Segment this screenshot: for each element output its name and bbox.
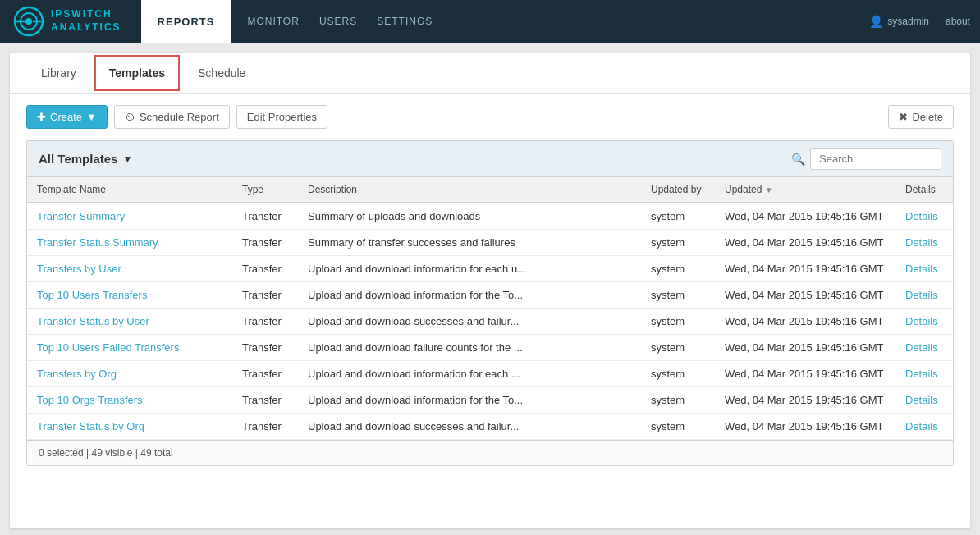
details-link[interactable]: Details xyxy=(905,368,938,380)
cell-details[interactable]: Details xyxy=(895,282,953,309)
cell-updby: system xyxy=(641,335,715,361)
delete-button[interactable]: ✖ Delete xyxy=(888,105,954,129)
user-label: sysadmin xyxy=(887,16,929,27)
search-input[interactable] xyxy=(810,148,941,170)
template-name-link[interactable]: Transfer Status by Org xyxy=(37,420,144,432)
cell-name[interactable]: Transfer Status by User xyxy=(27,309,232,335)
col-header-upd[interactable]: Updated ▼ xyxy=(715,177,895,203)
cell-details[interactable]: Details xyxy=(895,309,953,335)
logo-line2: ANALYTICS xyxy=(51,21,121,34)
cell-updated: Wed, 04 Mar 2015 19:45:16 GMT xyxy=(715,361,895,387)
cell-desc: Upload and download failure counts for t… xyxy=(298,440,641,441)
table-row[interactable]: Transfer Status Summary Transfer Summary… xyxy=(27,230,953,256)
nav-items: MONITOR USERS SETTINGS xyxy=(247,16,433,27)
table-row[interactable]: Top 10 Orgs Failed Transfers Transfer Up… xyxy=(27,440,953,441)
cell-updby: system xyxy=(641,440,715,441)
details-link[interactable]: Details xyxy=(905,394,938,406)
template-name-link[interactable]: Transfer Summary xyxy=(37,210,125,222)
cell-type: Transfer xyxy=(232,203,298,230)
table-row[interactable]: Top 10 Users Failed Transfers Transfer U… xyxy=(27,335,953,361)
cell-name[interactable]: Top 10 Users Transfers xyxy=(27,282,232,309)
cell-details[interactable]: Details xyxy=(895,440,953,441)
tab-schedule[interactable]: Schedule xyxy=(183,55,260,91)
cell-updated: Wed, 04 Mar 2015 19:45:16 GMT xyxy=(715,414,895,440)
filter-label[interactable]: All Templates ▼ xyxy=(39,152,132,166)
template-name-link[interactable]: Top 10 Users Failed Transfers xyxy=(37,341,179,354)
status-text: 0 selected | 49 visible | 49 total xyxy=(39,447,173,459)
table-header: Template Name Type Description Updated b… xyxy=(27,177,953,203)
details-link[interactable]: Details xyxy=(905,236,938,249)
create-button[interactable]: ✚ Create ▼ xyxy=(26,105,108,129)
col-header-details: Details xyxy=(895,177,953,203)
col-header-type: Type xyxy=(232,177,298,203)
nav-user[interactable]: 👤 sysadmin xyxy=(869,15,929,28)
cell-desc: Upload and download information for each… xyxy=(298,256,641,282)
cell-updated: Wed, 04 Mar 2015 19:45:16 GMT xyxy=(715,387,895,414)
nav-monitor[interactable]: MONITOR xyxy=(247,16,299,27)
cell-name[interactable]: Transfer Summary xyxy=(27,203,232,230)
template-name-link[interactable]: Top 10 Orgs Transfers xyxy=(37,394,143,406)
user-icon: 👤 xyxy=(869,15,883,28)
cell-updby: system xyxy=(641,387,715,414)
dropdown-icon: ▼ xyxy=(86,111,97,123)
schedule-report-button[interactable]: ⏲ Schedule Report xyxy=(114,105,230,129)
cell-desc: Upload and download successes and failur… xyxy=(298,309,641,335)
nav-right: 👤 sysadmin about xyxy=(869,15,970,28)
tab-library[interactable]: Library xyxy=(26,55,91,91)
cell-type: Transfer xyxy=(232,387,298,414)
table-row[interactable]: Top 10 Users Transfers Transfer Upload a… xyxy=(27,282,953,309)
schedule-report-label: Schedule Report xyxy=(140,111,219,123)
edit-properties-button[interactable]: Edit Properties xyxy=(236,105,327,129)
cell-updated: Wed, 04 Mar 2015 19:45:16 GMT xyxy=(715,335,895,361)
cell-details[interactable]: Details xyxy=(895,414,953,440)
cell-details[interactable]: Details xyxy=(895,361,953,387)
cell-name[interactable]: Top 10 Orgs Transfers xyxy=(27,387,232,414)
table-row[interactable]: Transfers by User Transfer Upload and do… xyxy=(27,256,953,282)
table-row[interactable]: Transfer Status by User Transfer Upload … xyxy=(27,309,953,335)
template-name-link[interactable]: Transfers by Org xyxy=(37,368,117,380)
cell-updby: system xyxy=(641,256,715,282)
cell-details[interactable]: Details xyxy=(895,335,953,361)
cell-details[interactable]: Details xyxy=(895,387,953,414)
nav-tab-reports[interactable]: REPORTS xyxy=(141,0,231,43)
template-name-link[interactable]: Top 10 Users Transfers xyxy=(37,289,147,301)
cell-updated: Wed, 04 Mar 2015 19:45:16 GMT xyxy=(715,256,895,282)
cell-name[interactable]: Transfer Status by Org xyxy=(27,414,232,440)
details-link[interactable]: Details xyxy=(905,263,938,275)
details-link[interactable]: Details xyxy=(905,420,938,432)
cell-name[interactable]: Transfers by User xyxy=(27,256,232,282)
templates-table: Template Name Type Description Updated b… xyxy=(27,177,953,440)
details-link[interactable]: Details xyxy=(905,289,938,301)
cell-details[interactable]: Details xyxy=(895,203,953,230)
table-row[interactable]: Transfer Status by Org Transfer Upload a… xyxy=(27,414,953,440)
cell-name[interactable]: Transfers by Org xyxy=(27,361,232,387)
cell-name[interactable]: Top 10 Orgs Failed Transfers xyxy=(27,440,232,441)
nav-about[interactable]: about xyxy=(946,16,970,27)
table-row[interactable]: Top 10 Orgs Transfers Transfer Upload an… xyxy=(27,387,953,414)
cell-type: Transfer xyxy=(232,440,298,441)
template-name-link[interactable]: Transfers by User xyxy=(37,263,121,275)
delete-icon: ✖ xyxy=(899,111,908,123)
cell-updby: system xyxy=(641,414,715,440)
template-name-link[interactable]: Transfer Status by User xyxy=(37,315,149,327)
table-row[interactable]: Transfer Summary Transfer Summary of upl… xyxy=(27,203,953,230)
cell-updated: Wed, 04 Mar 2015 19:45:16 GMT xyxy=(715,440,895,441)
details-link[interactable]: Details xyxy=(905,210,938,222)
cell-name[interactable]: Transfer Status Summary xyxy=(27,230,232,256)
details-link[interactable]: Details xyxy=(905,341,938,354)
nav-settings[interactable]: SETTINGS xyxy=(377,16,433,27)
tab-templates[interactable]: Templates xyxy=(94,55,180,91)
nav-users[interactable]: USERS xyxy=(319,16,357,27)
template-name-link[interactable]: Transfer Status Summary xyxy=(37,236,158,249)
table-scroll-wrapper[interactable]: Template Name Type Description Updated b… xyxy=(27,177,953,440)
cell-name[interactable]: Top 10 Users Failed Transfers xyxy=(27,335,232,361)
table-row[interactable]: Transfers by Org Transfer Upload and dow… xyxy=(27,361,953,387)
filter-dropdown-icon: ▼ xyxy=(122,153,132,165)
cell-desc: Upload and download failure counts for t… xyxy=(298,335,641,361)
cell-details[interactable]: Details xyxy=(895,256,953,282)
details-link[interactable]: Details xyxy=(905,315,938,327)
cell-desc: Upload and download information for the … xyxy=(298,387,641,414)
cell-type: Transfer xyxy=(232,335,298,361)
cell-details[interactable]: Details xyxy=(895,230,953,256)
cell-desc: Summary of transfer successes and failur… xyxy=(298,230,641,256)
